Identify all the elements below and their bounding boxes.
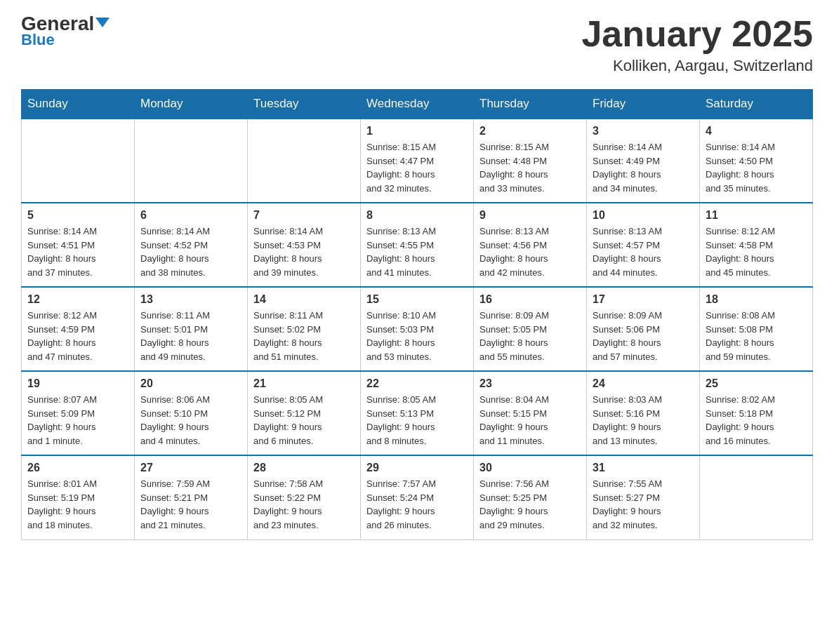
calendar-row-1: 5Sunrise: 8:14 AM Sunset: 4:51 PM Daylig…: [22, 203, 813, 287]
day-number: 15: [366, 293, 468, 306]
calendar-cell: 8Sunrise: 8:13 AM Sunset: 4:55 PM Daylig…: [361, 203, 474, 287]
calendar-cell: [248, 119, 361, 203]
calendar-cell: 19Sunrise: 8:07 AM Sunset: 5:09 PM Dayli…: [22, 371, 135, 455]
day-number: 20: [140, 377, 241, 390]
day-info: Sunrise: 8:13 AM Sunset: 4:57 PM Dayligh…: [593, 224, 694, 279]
day-number: 18: [706, 293, 807, 306]
calendar-cell: 14Sunrise: 8:11 AM Sunset: 5:02 PM Dayli…: [248, 287, 361, 371]
day-number: 8: [366, 209, 468, 222]
weekday-header-thursday: Thursday: [474, 90, 587, 119]
day-number: 5: [27, 209, 128, 222]
calendar-cell: 4Sunrise: 8:14 AM Sunset: 4:50 PM Daylig…: [700, 119, 813, 203]
day-number: 3: [593, 125, 694, 137]
logo-triangle-icon: [95, 18, 110, 27]
calendar-cell: 29Sunrise: 7:57 AM Sunset: 5:24 PM Dayli…: [361, 455, 474, 539]
day-number: 29: [366, 462, 468, 474]
calendar-cell: 11Sunrise: 8:12 AM Sunset: 4:58 PM Dayli…: [700, 203, 813, 287]
day-info: Sunrise: 8:06 AM Sunset: 5:10 PM Dayligh…: [140, 393, 241, 448]
calendar-cell: 10Sunrise: 8:13 AM Sunset: 4:57 PM Dayli…: [587, 203, 700, 287]
calendar-cell: [135, 119, 248, 203]
day-info: Sunrise: 8:02 AM Sunset: 5:18 PM Dayligh…: [706, 393, 807, 448]
calendar-cell: 30Sunrise: 7:56 AM Sunset: 5:25 PM Dayli…: [474, 455, 587, 539]
calendar-cell: 1Sunrise: 8:15 AM Sunset: 4:47 PM Daylig…: [361, 119, 474, 203]
day-info: Sunrise: 8:11 AM Sunset: 5:02 PM Dayligh…: [253, 309, 355, 363]
day-number: 28: [253, 462, 355, 474]
day-info: Sunrise: 8:05 AM Sunset: 5:12 PM Dayligh…: [253, 393, 355, 448]
calendar-row-4: 26Sunrise: 8:01 AM Sunset: 5:19 PM Dayli…: [22, 455, 813, 539]
title-block: January 2025 Kolliken, Aargau, Switzerla…: [581, 14, 813, 75]
location-title: Kolliken, Aargau, Switzerland: [581, 57, 813, 75]
day-info: Sunrise: 8:09 AM Sunset: 5:06 PM Dayligh…: [593, 309, 694, 363]
calendar-cell: 22Sunrise: 8:05 AM Sunset: 5:13 PM Dayli…: [361, 371, 474, 455]
calendar-cell: 5Sunrise: 8:14 AM Sunset: 4:51 PM Daylig…: [22, 203, 135, 287]
day-info: Sunrise: 8:15 AM Sunset: 4:48 PM Dayligh…: [479, 140, 581, 195]
calendar-cell: 15Sunrise: 8:10 AM Sunset: 5:03 PM Dayli…: [361, 287, 474, 371]
day-info: Sunrise: 8:12 AM Sunset: 4:59 PM Dayligh…: [27, 309, 128, 363]
day-number: 21: [253, 377, 355, 390]
calendar-row-2: 12Sunrise: 8:12 AM Sunset: 4:59 PM Dayli…: [22, 287, 813, 371]
day-info: Sunrise: 8:15 AM Sunset: 4:47 PM Dayligh…: [366, 140, 468, 195]
day-info: Sunrise: 8:08 AM Sunset: 5:08 PM Dayligh…: [706, 309, 807, 363]
logo: General Blue: [21, 14, 110, 49]
calendar-cell: 28Sunrise: 7:58 AM Sunset: 5:22 PM Dayli…: [248, 455, 361, 539]
day-info: Sunrise: 8:14 AM Sunset: 4:53 PM Dayligh…: [253, 224, 355, 279]
calendar-table: SundayMondayTuesdayWednesdayThursdayFrid…: [21, 89, 813, 540]
day-number: 25: [706, 377, 807, 390]
day-number: 30: [479, 462, 581, 474]
calendar-cell: 3Sunrise: 8:14 AM Sunset: 4:49 PM Daylig…: [587, 119, 700, 203]
calendar-cell: 23Sunrise: 8:04 AM Sunset: 5:15 PM Dayli…: [474, 371, 587, 455]
day-info: Sunrise: 8:14 AM Sunset: 4:49 PM Dayligh…: [593, 140, 694, 195]
day-info: Sunrise: 7:56 AM Sunset: 5:25 PM Dayligh…: [479, 477, 581, 532]
day-info: Sunrise: 8:09 AM Sunset: 5:05 PM Dayligh…: [479, 309, 581, 363]
weekday-header-sunday: Sunday: [22, 90, 135, 119]
day-info: Sunrise: 8:14 AM Sunset: 4:50 PM Dayligh…: [706, 140, 807, 195]
weekday-header-wednesday: Wednesday: [361, 90, 474, 119]
weekday-header-friday: Friday: [587, 90, 700, 119]
calendar-cell: 7Sunrise: 8:14 AM Sunset: 4:53 PM Daylig…: [248, 203, 361, 287]
calendar-row-3: 19Sunrise: 8:07 AM Sunset: 5:09 PM Dayli…: [22, 371, 813, 455]
day-number: 27: [140, 462, 241, 474]
day-info: Sunrise: 7:58 AM Sunset: 5:22 PM Dayligh…: [253, 477, 355, 532]
calendar-cell: 31Sunrise: 7:55 AM Sunset: 5:27 PM Dayli…: [587, 455, 700, 539]
day-number: 11: [706, 209, 807, 222]
day-number: 7: [253, 209, 355, 222]
calendar-cell: 9Sunrise: 8:13 AM Sunset: 4:56 PM Daylig…: [474, 203, 587, 287]
day-info: Sunrise: 8:13 AM Sunset: 4:56 PM Dayligh…: [479, 224, 581, 279]
day-info: Sunrise: 8:10 AM Sunset: 5:03 PM Dayligh…: [366, 309, 468, 363]
weekday-header-saturday: Saturday: [700, 90, 813, 119]
day-number: 17: [593, 293, 694, 306]
day-info: Sunrise: 8:04 AM Sunset: 5:15 PM Dayligh…: [479, 393, 581, 448]
calendar-cell: 2Sunrise: 8:15 AM Sunset: 4:48 PM Daylig…: [474, 119, 587, 203]
weekday-header-tuesday: Tuesday: [248, 90, 361, 119]
day-info: Sunrise: 8:13 AM Sunset: 4:55 PM Dayligh…: [366, 224, 468, 279]
calendar-cell: 20Sunrise: 8:06 AM Sunset: 5:10 PM Dayli…: [135, 371, 248, 455]
day-number: 19: [27, 377, 128, 390]
day-number: 12: [27, 293, 128, 306]
day-number: 22: [366, 377, 468, 390]
weekday-header-monday: Monday: [135, 90, 248, 119]
month-title: January 2025: [581, 14, 813, 54]
day-number: 4: [706, 125, 807, 137]
calendar-cell: [700, 455, 813, 539]
day-number: 6: [140, 209, 241, 222]
day-number: 10: [593, 209, 694, 222]
calendar-cell: 24Sunrise: 8:03 AM Sunset: 5:16 PM Dayli…: [587, 371, 700, 455]
calendar-cell: 21Sunrise: 8:05 AM Sunset: 5:12 PM Dayli…: [248, 371, 361, 455]
calendar-cell: 27Sunrise: 7:59 AM Sunset: 5:21 PM Dayli…: [135, 455, 248, 539]
weekday-header-row: SundayMondayTuesdayWednesdayThursdayFrid…: [22, 90, 813, 119]
calendar-cell: 6Sunrise: 8:14 AM Sunset: 4:52 PM Daylig…: [135, 203, 248, 287]
day-number: 16: [479, 293, 581, 306]
day-number: 2: [479, 125, 581, 137]
day-number: 23: [479, 377, 581, 390]
day-info: Sunrise: 8:12 AM Sunset: 4:58 PM Dayligh…: [706, 224, 807, 279]
calendar-cell: 17Sunrise: 8:09 AM Sunset: 5:06 PM Dayli…: [587, 287, 700, 371]
day-info: Sunrise: 8:05 AM Sunset: 5:13 PM Dayligh…: [366, 393, 468, 448]
calendar-cell: [22, 119, 135, 203]
day-number: 24: [593, 377, 694, 390]
calendar-cell: 25Sunrise: 8:02 AM Sunset: 5:18 PM Dayli…: [700, 371, 813, 455]
day-number: 14: [253, 293, 355, 306]
day-number: 26: [27, 462, 128, 474]
day-number: 13: [140, 293, 241, 306]
calendar-cell: 13Sunrise: 8:11 AM Sunset: 5:01 PM Dayli…: [135, 287, 248, 371]
logo-blue: Blue: [21, 31, 55, 49]
